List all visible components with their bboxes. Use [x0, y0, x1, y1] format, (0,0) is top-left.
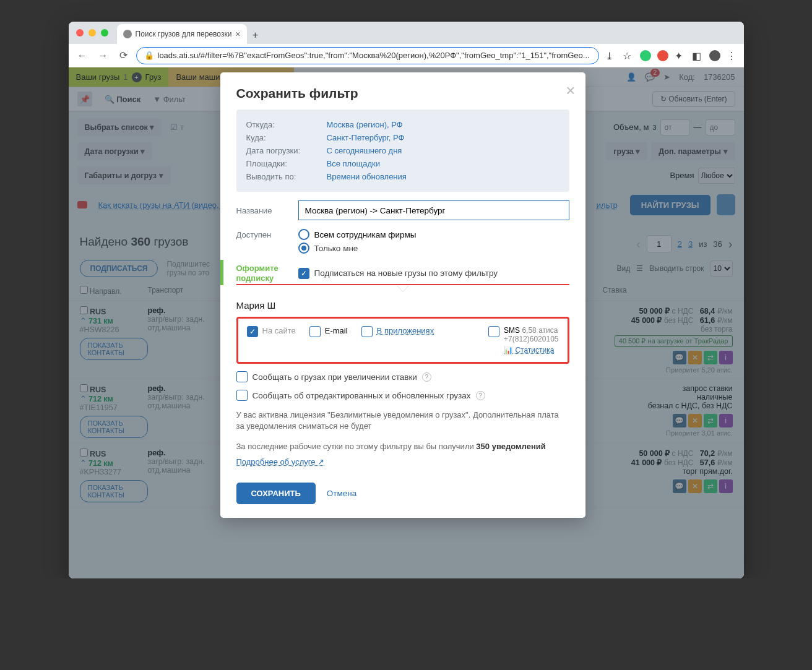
radio-all-employees[interactable]	[298, 229, 309, 240]
tab-title: Поиск грузов для перевозки	[136, 30, 232, 38]
close-tab-icon[interactable]: ×	[235, 29, 240, 39]
label: Куда:	[246, 133, 327, 142]
filter-name-input[interactable]	[298, 200, 569, 220]
channel-email-checkbox[interactable]	[309, 326, 321, 337]
opt-rate-increase-checkbox[interactable]	[236, 371, 248, 382]
menu-icon[interactable]: ⋮	[727, 50, 738, 61]
close-modal-button[interactable]: ×	[566, 81, 575, 100]
sms-price: 6,58 атиса	[522, 326, 558, 335]
channel-app-checkbox[interactable]	[361, 326, 373, 337]
notif-estimate: За последние рабочие сутки по этому филь…	[236, 441, 569, 452]
license-info: У вас активна лицензия "Безлимитные увед…	[236, 410, 569, 432]
page-content: Ваши грузы 1 + Груз Ваши машины 1 + Маши…	[69, 67, 744, 578]
modal-title: Сохранить фильтр	[236, 86, 569, 101]
browser-tab[interactable]: Поиск грузов для перевозки ×	[117, 24, 247, 44]
avail-label: Доступен	[236, 230, 298, 239]
panel-icon[interactable]: ◧	[692, 50, 703, 61]
cancel-link[interactable]: Отмена	[327, 489, 356, 498]
reload-icon[interactable]: ⟳	[117, 48, 130, 62]
extension-icons: ⤓ ☆ ✦ ◧ ⋮	[605, 50, 738, 61]
new-tab-button[interactable]: +	[247, 27, 264, 44]
forward-icon[interactable]: →	[96, 49, 111, 62]
channel-sms-checkbox[interactable]	[488, 326, 499, 337]
url-text: loads.ati.su/#/filter=%7B"exactFromGeos"…	[158, 51, 590, 60]
label: Выводить по:	[246, 172, 327, 181]
help-icon[interactable]: ?	[476, 391, 485, 400]
star-icon[interactable]: ☆	[623, 50, 634, 61]
ext-icon[interactable]	[657, 50, 668, 61]
address-bar-row: ← → ⟳ 🔒 loads.ati.su/#/filter=%7B"exactF…	[69, 44, 744, 67]
opt-edited-checkbox[interactable]	[236, 390, 248, 401]
app-link[interactable]: В приложениях	[377, 326, 434, 335]
help-icon[interactable]: ?	[422, 372, 431, 382]
value: Все площадки	[327, 159, 380, 168]
channels-highlight: ✓На сайте E-mail В приложениях SMS 6,58 …	[236, 317, 569, 364]
subscribe-section-header: Оформите подписку ✓ Подписаться на новые…	[236, 264, 569, 285]
label: E-mail	[325, 326, 348, 335]
avatar-icon[interactable]	[709, 50, 720, 61]
checkbox-label: Подписаться на новые грузы по этому филь…	[314, 268, 498, 278]
stats-link[interactable]: 📊 Статистика	[504, 346, 558, 354]
subscribe-checkbox[interactable]: ✓	[298, 268, 309, 279]
tab-strip: Поиск грузов для перевозки × +	[69, 22, 744, 44]
value: С сегодняшнего дня	[327, 146, 402, 155]
label: Сообщать о грузах при увеличении ставки	[253, 372, 417, 382]
pointer-icon	[397, 285, 409, 291]
radio-label: Только мне	[314, 244, 358, 253]
save-filter-modal: × Сохранить фильтр Откуда:Москва (регион…	[220, 72, 585, 518]
window-controls[interactable]	[76, 29, 108, 37]
url-input[interactable]: 🔒 loads.ati.su/#/filter=%7B"exactFromGeo…	[136, 47, 599, 64]
label: Сообщать об отредактированных и обновлен…	[253, 391, 471, 400]
sms-label: SMS	[504, 326, 520, 335]
channel-site-checkbox[interactable]: ✓	[247, 326, 258, 337]
label: На сайте	[262, 326, 296, 335]
name-label: Название	[236, 206, 298, 215]
label: Дата погрузки:	[246, 146, 327, 155]
lock-icon: 🔒	[144, 51, 154, 60]
section-title: Оформите подписку	[236, 264, 298, 283]
user-name: Мария Ш	[236, 300, 569, 311]
filter-summary: Откуда:Москва (регион), РФ Куда:Санкт-Пе…	[236, 110, 569, 192]
value: Москва (регион), РФ	[327, 120, 403, 129]
value: Санкт-Петербург, РФ	[327, 133, 405, 142]
sms-phone: +7(812)6020105	[504, 335, 558, 343]
label: Площадки:	[246, 159, 327, 168]
favicon-icon	[123, 30, 132, 38]
puzzle-icon[interactable]: ✦	[675, 50, 686, 61]
browser-window: Поиск грузов для перевозки × + ← → ⟳ 🔒 l…	[69, 22, 744, 578]
label: Откуда:	[246, 120, 327, 129]
ext-icon[interactable]	[640, 50, 651, 61]
radio-only-me[interactable]	[298, 243, 309, 254]
more-info-link[interactable]: Подробнее об услуге ↗	[236, 457, 325, 466]
save-button[interactable]: СОХРАНИТЬ	[236, 483, 316, 504]
back-icon[interactable]: ←	[75, 49, 90, 62]
radio-label: Всем сотрудникам фирмы	[314, 230, 417, 239]
value: Времени обновления	[327, 172, 407, 181]
install-icon[interactable]: ⤓	[605, 50, 616, 61]
